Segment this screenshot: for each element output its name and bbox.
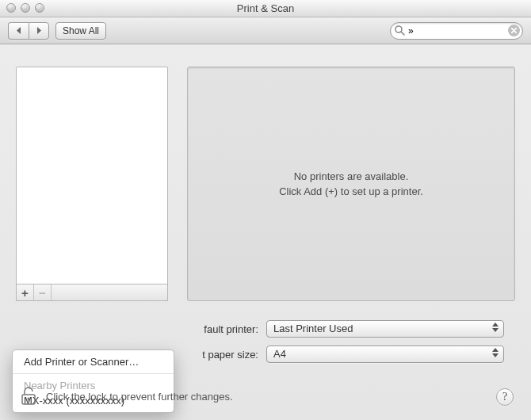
printer-list-panel: + −	[16, 67, 168, 301]
chevron-left-icon	[16, 27, 22, 34]
default-printer-popup[interactable]: Last Printer Used	[266, 320, 504, 338]
content-area: + − No printers are available. Click Add…	[0, 44, 531, 420]
nav-back-forward	[8, 22, 49, 40]
no-printers-line-1: No printers are available.	[294, 170, 409, 182]
default-paper-size-popup[interactable]: A4	[266, 346, 504, 363]
add-printer-button[interactable]: +	[17, 284, 34, 300]
remove-printer-button[interactable]: −	[34, 284, 52, 300]
svg-line-1	[401, 32, 404, 35]
menu-separator	[13, 373, 174, 374]
minus-icon: −	[39, 286, 46, 300]
lock-icon[interactable]	[17, 384, 40, 409]
forward-button[interactable]	[29, 22, 49, 40]
window-titlebar: Print & Scan	[0, 0, 531, 17]
help-icon: ?	[502, 391, 507, 403]
back-button[interactable]	[8, 22, 29, 40]
window-controls	[6, 3, 44, 13]
close-icon	[511, 28, 517, 33]
close-window-button[interactable]	[6, 3, 16, 13]
default-paper-size-value: A4	[273, 348, 286, 360]
default-printer-label: fault printer:	[26, 323, 258, 335]
clear-search-button[interactable]	[508, 25, 520, 36]
chevron-right-icon	[36, 27, 42, 34]
plus-icon: +	[21, 286, 29, 300]
default-printer-value: Last Printer Used	[273, 323, 353, 334]
toolbar: Show All	[0, 17, 531, 44]
minimize-window-button[interactable]	[21, 3, 30, 13]
search-input[interactable]	[390, 22, 523, 40]
printer-list-toolbar: + −	[16, 284, 168, 301]
printer-detail-pane: No printers are available. Click Add (+)…	[187, 67, 515, 301]
show-all-label: Show All	[63, 25, 99, 36]
search-icon	[395, 25, 405, 38]
lock-text: Click the lock to prevent further change…	[46, 391, 233, 403]
footer: Click the lock to prevent further change…	[17, 384, 514, 409]
menu-add-printer-or-scanner[interactable]: Add Printer or Scanner…	[13, 353, 174, 370]
help-button[interactable]: ?	[496, 388, 514, 406]
printer-list[interactable]	[16, 67, 168, 284]
search-field-wrap	[390, 22, 523, 40]
updown-arrows-icon	[492, 323, 499, 332]
updown-arrows-icon	[492, 348, 499, 357]
window-title: Print & Scan	[237, 2, 294, 14]
zoom-window-button[interactable]	[35, 3, 44, 13]
show-all-button[interactable]: Show All	[55, 22, 106, 40]
no-printers-line-2: Click Add (+) to set up a printer.	[279, 185, 423, 197]
svg-rect-4	[28, 399, 29, 401]
